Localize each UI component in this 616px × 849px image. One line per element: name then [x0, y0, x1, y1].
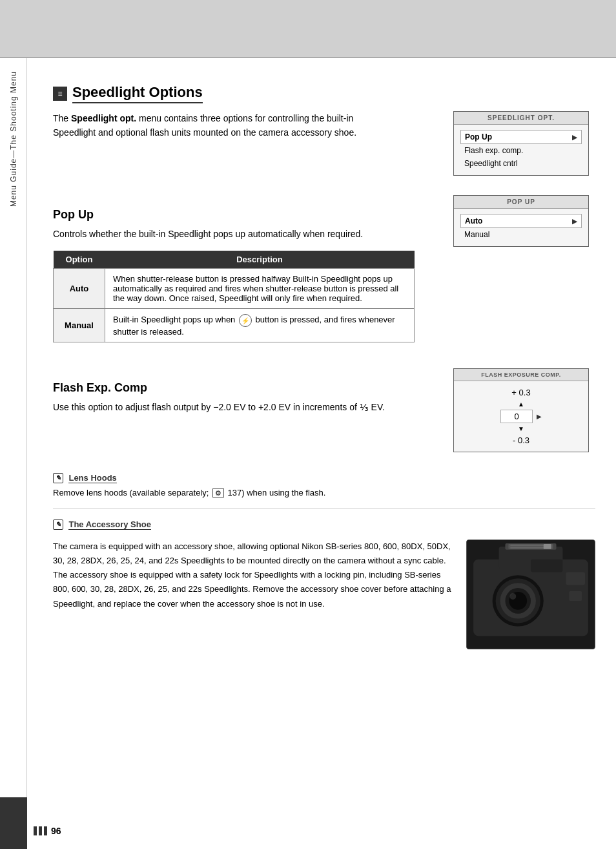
table-header-option: Option — [54, 251, 105, 269]
down-arrow-icon: ▼ — [518, 425, 524, 432]
popup-heading: Pop Up — [53, 208, 440, 222]
page-number-text: 96 — [51, 826, 61, 836]
flash-exp-right: FLASH EXPOSURE COMP. + 0.3 ▲ 0 ▶ ▼ — [453, 368, 595, 459]
top-bar — [0, 0, 616, 58]
popup-right: POP UP Auto ▶ Manual — [453, 195, 595, 253]
menu-item-flash-exp[interactable]: Flash exp. comp. — [460, 144, 582, 157]
accessory-shoe-title-row: ✎ The Accessory Shoe — [53, 518, 595, 533]
accessory-shoe-text: The camera is equipped with an accessory… — [53, 540, 453, 611]
intro-left: The Speedlight opt. menu contains three … — [53, 111, 440, 153]
intro-bold: Speedlight opt. — [71, 113, 136, 123]
page-title: Speedlight Options — [72, 84, 203, 103]
svg-rect-15 — [531, 560, 562, 572]
popup-menu-arrow: ▶ — [572, 218, 577, 225]
book-icon: ≡ — [53, 87, 67, 101]
table-header-description: Description — [105, 251, 415, 269]
svg-rect-14 — [544, 544, 551, 549]
menu-item-speedlight-cntrl[interactable]: Speedlight cntrl — [460, 157, 582, 170]
speedlight-menu-box: SPEEDLIGHT OPT. Pop Up ▶ Flash exp. comp… — [453, 111, 595, 182]
option-manual: Manual — [54, 309, 105, 342]
flash-exp-left: Flash Exp. Comp Use this option to adjus… — [53, 368, 440, 424]
table-row-auto: Auto When shutter-release button is pres… — [54, 269, 415, 309]
menu-arrow-popup: ▶ — [572, 134, 577, 141]
popup-section: Pop Up Controls whether the built-in Spe… — [53, 195, 595, 355]
menu-item-popup[interactable]: Pop Up ▶ — [460, 130, 582, 144]
flash-exp-menu-title: FLASH EXPOSURE COMP. — [454, 369, 588, 381]
popup-menu-item-manual[interactable]: Manual — [460, 228, 582, 241]
desc-auto: When shutter-release button is pressed h… — [105, 269, 415, 309]
page-ref-icon: ⚙ — [212, 488, 224, 498]
accessory-shoe-icon: ✎ — [53, 519, 63, 530]
flash-exp-content: + 0.3 ▲ 0 ▶ ▼ - 0.3 — [454, 381, 588, 452]
accessory-shoe-title: The Accessory Shoe — [68, 519, 150, 530]
flash-exp-heading: Flash Exp. Comp — [53, 381, 440, 395]
flash-exp-section: Flash Exp. Comp Use this option to adjus… — [53, 368, 595, 459]
lens-hoods-icon: ✎ — [53, 473, 63, 483]
page-bar-3 — [44, 826, 47, 835]
flash-button-icon: ⚡ — [239, 314, 252, 327]
flash-exp-row-arrow-up: ▲ — [454, 400, 588, 408]
section-title-row: ≡ Speedlight Options — [53, 84, 595, 103]
main-content: ≡ Speedlight Options The Speedlight opt.… — [34, 58, 615, 675]
svg-point-16 — [509, 593, 516, 600]
speedlight-opt-menu: SPEEDLIGHT OPT. Pop Up ▶ Flash exp. comp… — [453, 111, 589, 176]
sidebar: Menu Guide—The Shooting Menu — [0, 58, 27, 849]
intro-section: The Speedlight opt. menu contains three … — [53, 111, 595, 182]
separator — [53, 508, 595, 508]
popup-text: Controls whether the built-in Speedlight… — [53, 227, 389, 241]
flash-exp-menu-box: FLASH EXPOSURE COMP. + 0.3 ▲ 0 ▶ ▼ — [453, 368, 589, 452]
sidebar-black-bar — [0, 797, 27, 849]
popup-menu-item-auto[interactable]: Auto ▶ — [460, 214, 582, 228]
popup-menu-title: POP UP — [454, 196, 588, 209]
up-arrow-icon: ▲ — [518, 401, 524, 408]
intro-text: The Speedlight opt. menu contains three … — [53, 111, 389, 140]
speedlight-menu-content: Pop Up ▶ Flash exp. comp. Speedlight cnt… — [454, 125, 588, 175]
desc-manual: Built-in Speedlight pops up when ⚡ butto… — [105, 309, 415, 342]
page-number-area: 96 — [34, 826, 61, 836]
camera-image — [466, 540, 595, 649]
lens-hoods-title: Lens Hoods — [68, 473, 116, 483]
accessory-shoe-note: ✎ The Accessory Shoe The camera is equip… — [53, 518, 595, 649]
sidebar-label: Menu Guide—The Shooting Menu — [4, 58, 23, 220]
flash-exp-row-zero: 0 ▶ — [454, 408, 588, 424]
flash-exp-row-plus: + 0.3 — [454, 385, 588, 400]
flash-exp-value-plus: + 0.3 — [505, 386, 537, 399]
lens-hoods-note: ✎ Lens Hoods Remove lens hoods (availabl… — [53, 472, 595, 500]
option-auto: Auto — [54, 269, 105, 309]
flash-exp-arrow-right: ▶ — [537, 413, 542, 420]
camera-svg — [467, 540, 595, 649]
flash-exp-value-minus: - 0.3 — [505, 434, 537, 446]
lens-hoods-text: Remove lens hoods (available separately;… — [53, 487, 427, 500]
options-table: Option Description Auto When shutter-rel… — [53, 251, 415, 342]
flash-exp-row-arrow-down: ▼ — [454, 424, 588, 433]
speedlight-menu-title: SPEEDLIGHT OPT. — [454, 112, 588, 125]
bottom-section: The camera is equipped with an accessory… — [53, 540, 595, 649]
svg-rect-12 — [566, 572, 585, 585]
page-bar-2 — [39, 826, 42, 835]
popup-menu-box: POP UP Auto ▶ Manual — [453, 195, 589, 247]
flash-exp-text: Use this option to adjust flash output b… — [53, 400, 389, 414]
page-num-bars — [34, 826, 47, 835]
flash-exp-row-minus: - 0.3 — [454, 433, 588, 448]
page-bar-1 — [34, 826, 37, 835]
popup-menu-content: Auto ▶ Manual — [454, 209, 588, 246]
flash-exp-value-zero: 0 — [500, 410, 533, 423]
svg-rect-13 — [569, 591, 582, 601]
table-row-manual: Manual Built-in Speedlight pops up when … — [54, 309, 415, 342]
lens-hoods-title-row: ✎ Lens Hoods — [53, 472, 595, 487]
popup-left: Pop Up Controls whether the built-in Spe… — [53, 195, 440, 355]
